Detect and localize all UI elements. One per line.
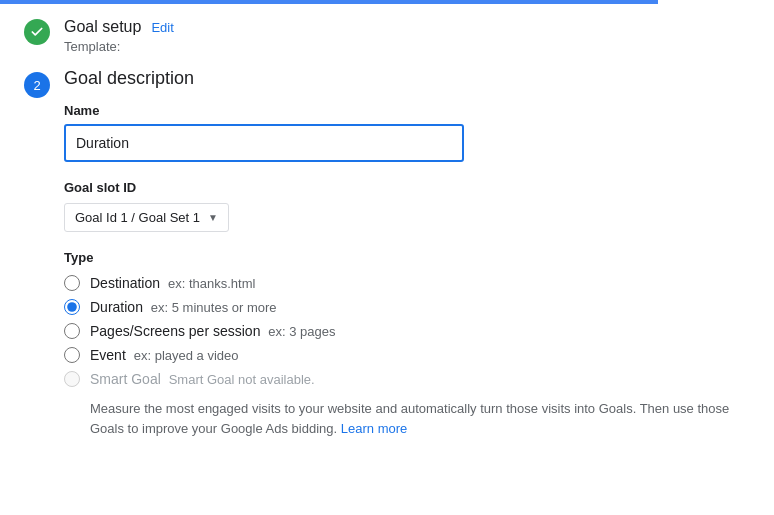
type-label: Type bbox=[64, 250, 750, 265]
radio-item-pages: Pages/Screens per session ex: 3 pages bbox=[64, 323, 750, 339]
goal-desc-content: Goal description Name Goal slot ID Goal … bbox=[64, 68, 750, 438]
name-label: Name bbox=[64, 103, 750, 118]
radio-item-smart: Smart Goal Smart Goal not available. bbox=[64, 371, 750, 387]
destination-label-text: Destination bbox=[90, 275, 160, 291]
radio-smart bbox=[64, 371, 80, 387]
type-section: Type Destination ex: thanks.html Duratio… bbox=[64, 250, 750, 438]
goal-slot-dropdown[interactable]: Goal Id 1 / Goal Set 1 ▼ bbox=[64, 203, 229, 232]
smart-label-text: Smart Goal bbox=[90, 371, 161, 387]
goal-setup-title: Goal setup bbox=[64, 18, 141, 36]
destination-sublabel-text: ex: thanks.html bbox=[168, 276, 255, 291]
radio-item-duration: Duration ex: 5 minutes or more bbox=[64, 299, 750, 315]
pages-label-text: Pages/Screens per session bbox=[90, 323, 260, 339]
template-text: Template: bbox=[64, 39, 174, 54]
goal-slot-section: Goal slot ID Goal Id 1 / Goal Set 1 ▼ bbox=[64, 180, 750, 232]
learn-more-link[interactable]: Learn more bbox=[341, 421, 407, 436]
event-label-text: Event bbox=[90, 347, 126, 363]
radio-duration[interactable] bbox=[64, 299, 80, 315]
event-sublabel-text: ex: played a video bbox=[134, 348, 239, 363]
smart-sublabel-text: Smart Goal not available. bbox=[169, 372, 315, 387]
type-radio-group: Destination ex: thanks.html Duration ex:… bbox=[64, 275, 750, 387]
goal-desc-title: Goal description bbox=[64, 68, 750, 89]
duration-sublabel-text: ex: 5 minutes or more bbox=[151, 300, 277, 315]
page-container: Goal setup Edit Template: 2 Goal descrip… bbox=[0, 0, 774, 474]
step2-circle: 2 bbox=[24, 72, 50, 98]
radio-pages-label[interactable]: Pages/Screens per session ex: 3 pages bbox=[90, 323, 336, 339]
radio-smart-label: Smart Goal Smart Goal not available. bbox=[90, 371, 315, 387]
radio-event-label[interactable]: Event ex: played a video bbox=[90, 347, 239, 363]
pages-sublabel-text: ex: 3 pages bbox=[268, 324, 335, 339]
radio-pages[interactable] bbox=[64, 323, 80, 339]
radio-destination[interactable] bbox=[64, 275, 80, 291]
smart-goal-description: Measure the most engaged visits to your … bbox=[90, 399, 750, 438]
goal-slot-label: Goal slot ID bbox=[64, 180, 750, 195]
radio-event[interactable] bbox=[64, 347, 80, 363]
edit-link[interactable]: Edit bbox=[151, 20, 173, 35]
step1-complete-icon bbox=[24, 19, 50, 45]
smart-goal-desc-text: Measure the most engaged visits to your … bbox=[90, 401, 729, 436]
radio-item-event: Event ex: played a video bbox=[64, 347, 750, 363]
goal-description-section: 2 Goal description Name Goal slot ID Goa… bbox=[0, 60, 774, 454]
goal-slot-value: Goal Id 1 / Goal Set 1 bbox=[75, 210, 200, 225]
radio-destination-label[interactable]: Destination ex: thanks.html bbox=[90, 275, 255, 291]
name-input[interactable] bbox=[64, 124, 464, 162]
dropdown-arrow-icon: ▼ bbox=[208, 212, 218, 223]
radio-item-destination: Destination ex: thanks.html bbox=[64, 275, 750, 291]
name-field-group: Name bbox=[64, 103, 750, 162]
radio-duration-label[interactable]: Duration ex: 5 minutes or more bbox=[90, 299, 277, 315]
goal-setup-content: Goal setup Edit Template: bbox=[64, 18, 174, 54]
duration-label-text: Duration bbox=[90, 299, 143, 315]
